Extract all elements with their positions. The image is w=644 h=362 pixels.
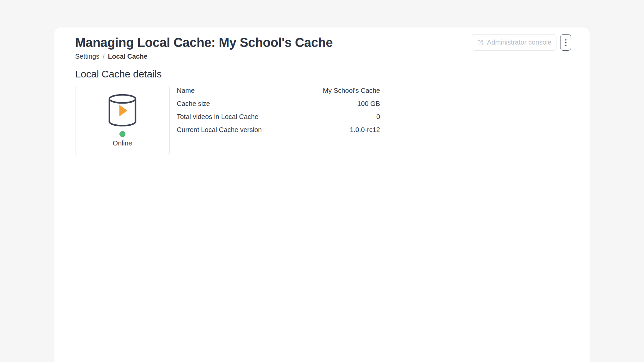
online-status-dot: [119, 131, 125, 137]
kebab-vertical-icon: [565, 39, 567, 46]
administrator-console-label: Administrator console: [487, 39, 551, 46]
detail-label: Name: [177, 86, 195, 95]
external-link-icon: [477, 39, 484, 46]
breadcrumb-settings-link[interactable]: Settings: [75, 52, 99, 61]
section-heading: Local Cache details: [75, 68, 569, 80]
details-layout: Online Name My School's Cache Cache size…: [75, 86, 569, 155]
detail-value: My School's Cache: [323, 86, 380, 95]
online-status-label: Online: [113, 139, 132, 147]
detail-label: Cache size: [177, 99, 210, 108]
detail-row-total-videos: Total videos in Local Cache 0: [177, 112, 380, 121]
database-play-icon: [108, 94, 137, 127]
breadcrumb-separator: /: [103, 52, 105, 61]
detail-value: 1.0.0-rc12: [350, 125, 380, 134]
detail-row-name: Name My School's Cache: [177, 86, 380, 95]
page-background: Managing Local Cache: My School's Cache …: [0, 0, 644, 362]
detail-label: Total videos in Local Cache: [177, 112, 258, 121]
detail-value: 100 GB: [357, 99, 380, 108]
content-panel: Managing Local Cache: My School's Cache …: [54, 27, 590, 362]
administrator-console-button[interactable]: Administrator console: [472, 34, 556, 51]
detail-value: 0: [376, 112, 380, 121]
details-list: Name My School's Cache Cache size 100 GB…: [177, 86, 380, 138]
more-options-button[interactable]: [560, 34, 571, 51]
breadcrumb-current-page: Local Cache: [108, 52, 148, 61]
header-actions: Administrator console: [472, 34, 571, 51]
detail-label: Current Local Cache version: [177, 125, 262, 134]
detail-row-version: Current Local Cache version 1.0.0-rc12: [177, 125, 380, 134]
breadcrumb: Settings / Local Cache: [75, 52, 569, 61]
cache-status-card: Online: [75, 86, 170, 155]
detail-row-cache-size: Cache size 100 GB: [177, 99, 380, 108]
